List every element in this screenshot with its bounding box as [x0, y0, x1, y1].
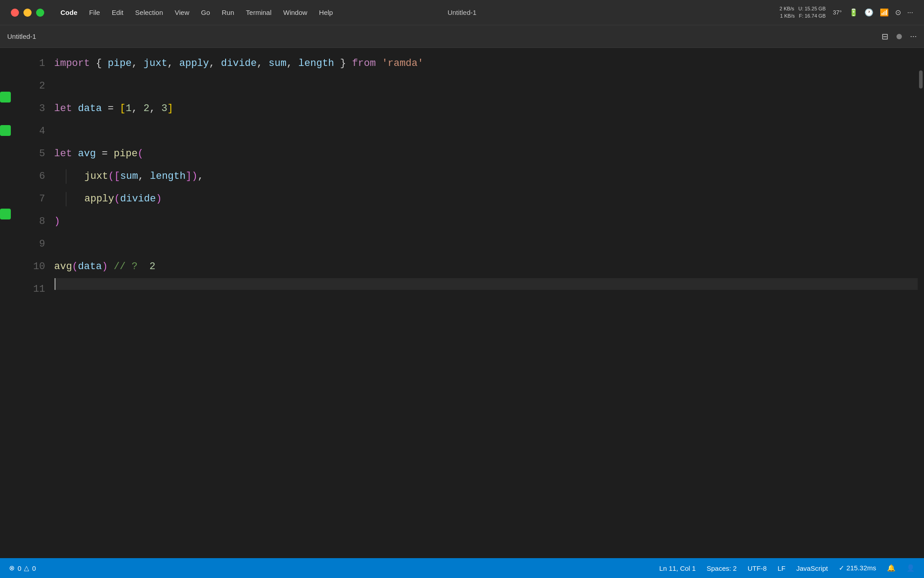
line-num-11: 11: [33, 278, 45, 301]
line-num-7: 7: [39, 188, 45, 210]
menu-item-go[interactable]: Go: [197, 7, 215, 18]
token-avg-var: avg: [78, 143, 96, 165]
token-from: from: [352, 52, 376, 75]
menu-bar: Code File Edit Selection View Go Run Ter…: [53, 7, 337, 18]
text-cursor: [55, 278, 55, 290]
token-pipe-fn: pipe: [114, 143, 138, 165]
breakpoint-2: [0, 75, 11, 86]
token-juxt-fn: juxt: [84, 165, 108, 188]
menu-item-code[interactable]: Code: [56, 7, 82, 18]
breakpoint-9: [0, 192, 11, 203]
wifi-icon: 📶: [880, 8, 889, 17]
code-editor[interactable]: 1 2 3 4 5 6 7 8 9 10 11 import { pipe , …: [0, 48, 924, 558]
code-line-9: [54, 233, 918, 256]
notification-icon[interactable]: 🔔: [887, 564, 896, 572]
line-num-8: 8: [39, 210, 45, 233]
line-num-4: 4: [39, 120, 45, 143]
error-count[interactable]: ⊗ 0 △ 0: [9, 564, 36, 572]
minimize-button[interactable]: [23, 9, 32, 17]
more-options-icon[interactable]: ···: [910, 32, 917, 41]
split-editor-icon[interactable]: ⊟: [882, 32, 888, 42]
memory-info: 1 KB/s F: 16.74 GB: [780, 13, 826, 19]
tab-bar: Untitled-1 ⊟ ···: [0, 25, 924, 48]
line-num-2: 2: [39, 75, 45, 98]
breakpoint-4: [0, 108, 11, 119]
token-comment: // ?: [114, 256, 143, 278]
token-string-ramda: 'ramda': [382, 52, 423, 75]
token-result-2: 2: [143, 256, 155, 278]
person-icon[interactable]: 👤: [906, 564, 915, 572]
token-avg-call: avg: [54, 256, 72, 278]
code-line-3: let data = [ 1 , 2 , 3 ]: [54, 98, 918, 120]
menu-item-file[interactable]: File: [85, 7, 105, 18]
tab-title-text[interactable]: Untitled-1: [7, 33, 36, 40]
breakpoint-gutter: [0, 48, 18, 558]
clock-icon: 🕐: [864, 8, 873, 17]
sys-icons: 🔋 🕐 📶 ⊙ ···: [849, 8, 913, 17]
breakpoint-3[interactable]: [0, 92, 11, 103]
line-num-10: 10: [33, 256, 45, 278]
menu-item-help[interactable]: Help: [314, 7, 337, 18]
encoding-info[interactable]: UTF-8: [748, 564, 767, 572]
code-line-1: import { pipe , juxt , apply , divide , …: [54, 52, 918, 75]
code-line-2: [54, 75, 918, 98]
editor-scrollbar[interactable]: [918, 48, 924, 558]
window-title: Untitled-1: [448, 9, 476, 16]
line-ending[interactable]: LF: [777, 564, 785, 572]
line-numbers: 1 2 3 4 5 6 7 8 9 10 11: [18, 48, 54, 558]
scrollbar-thumb[interactable]: [919, 70, 923, 89]
tab-actions: ⊟ ···: [882, 32, 917, 42]
breakpoint-7: [0, 158, 11, 169]
line-num-3: 3: [39, 98, 45, 120]
status-bar: ⊗ 0 △ 0 Ln 11, Col 1 Spaces: 2 UTF-8 LF …: [0, 558, 924, 578]
token-import: import: [54, 52, 90, 75]
token-let-5: let: [54, 143, 72, 165]
unsaved-indicator: [896, 34, 902, 39]
code-line-4: [54, 120, 918, 143]
battery-icon: 🔋: [849, 8, 858, 17]
titlebar: Code File Edit Selection View Go Run Ter…: [0, 0, 924, 25]
titlebar-right: 2 KB/s U: 15.25 GB 1 KB/s F: 16.74 GB 37…: [780, 5, 913, 19]
menu-item-view[interactable]: View: [170, 7, 194, 18]
line-num-9: 9: [39, 233, 45, 256]
code-line-10: avg ( data ) // ? 2: [54, 256, 918, 278]
titlebar-left: Code File Edit Selection View Go Run Ter…: [11, 7, 337, 18]
line-num-1: 1: [39, 52, 45, 75]
controlcenter-icon: ⊙: [895, 8, 901, 17]
menu-item-run[interactable]: Run: [217, 7, 239, 18]
breakpoint-8: [0, 175, 11, 186]
spaces-info[interactable]: Spaces: 2: [707, 564, 737, 572]
language-mode[interactable]: JavaScript: [796, 564, 828, 572]
code-line-6: juxt ([ sum , length ]) ,: [54, 165, 918, 188]
network-info: 2 KB/s U: 15.25 GB: [780, 5, 826, 12]
menu-item-terminal[interactable]: Terminal: [241, 7, 276, 18]
code-line-5: let avg = pipe (: [54, 143, 918, 165]
token-let-3: let: [54, 98, 72, 120]
line-num-5: 5: [39, 143, 45, 165]
editor-container: Untitled-1 ⊟ ··· 1 2 3 4: [0, 25, 924, 558]
code-line-11: [54, 278, 918, 290]
close-button[interactable]: [11, 9, 19, 17]
line-num-6: 6: [39, 165, 45, 188]
menu-item-selection[interactable]: Selection: [131, 7, 168, 18]
traffic-lights: [11, 9, 44, 17]
breakpoint-1: [0, 58, 11, 69]
breakpoint-5[interactable]: [0, 125, 11, 136]
maximize-button[interactable]: [36, 9, 44, 17]
code-line-8: ): [54, 210, 918, 233]
menu-item-edit[interactable]: Edit: [107, 7, 128, 18]
sys-info: 2 KB/s U: 15.25 GB 1 KB/s F: 16.74 GB: [780, 5, 826, 19]
menu-item-window[interactable]: Window: [279, 7, 312, 18]
breakpoint-10[interactable]: [0, 209, 11, 219]
code-content[interactable]: import { pipe , juxt , apply , divide , …: [54, 48, 918, 558]
warning-icon: △: [24, 564, 29, 572]
more-icon: ···: [907, 9, 913, 17]
token-apply-fn: apply: [84, 188, 114, 210]
status-left: ⊗ 0 △ 0: [9, 564, 36, 572]
timing-info: ✓ 215.32ms: [839, 564, 876, 572]
token-data-var: data: [78, 98, 102, 120]
error-icon: ⊗: [9, 564, 15, 572]
breakpoint-11: [0, 225, 11, 236]
breakpoint-6: [0, 142, 11, 153]
cursor-position[interactable]: Ln 11, Col 1: [659, 564, 696, 572]
